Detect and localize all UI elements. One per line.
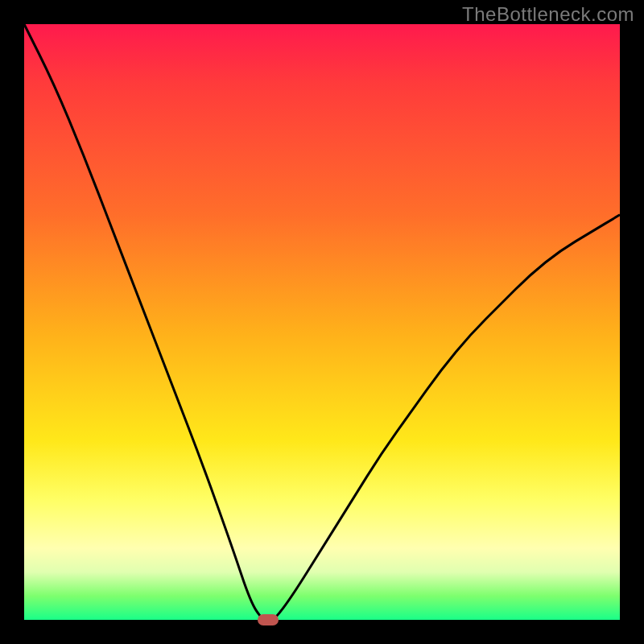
minimum-marker: [258, 614, 279, 625]
watermark-text: TheBottleneck.com: [462, 3, 634, 26]
plot-area: [24, 24, 620, 620]
bottleneck-curve: [24, 24, 620, 620]
chart-frame: TheBottleneck.com: [0, 0, 644, 644]
curve-path: [24, 24, 620, 620]
